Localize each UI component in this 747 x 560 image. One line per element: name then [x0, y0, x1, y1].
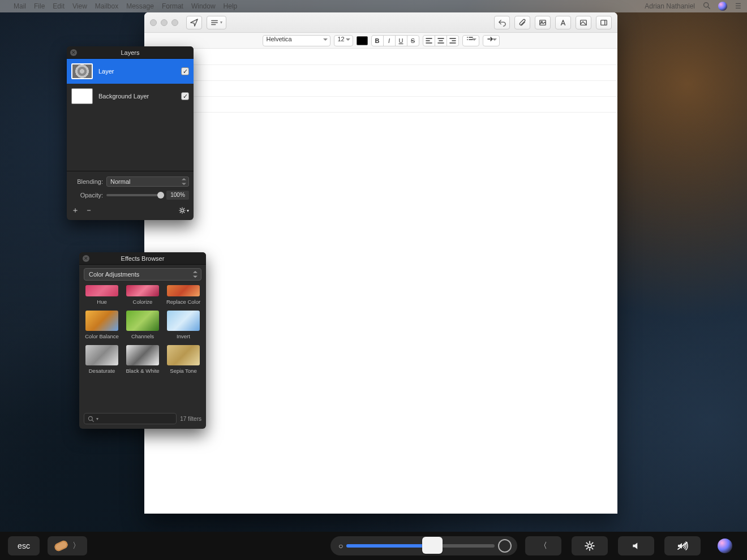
spotlight-icon[interactable] — [703, 2, 710, 11]
menubar-user[interactable]: Adrian Nathaniel — [645, 2, 695, 10]
strike-button[interactable]: S — [407, 35, 419, 46]
touchbar-esc-key[interactable]: esc — [8, 536, 40, 555]
text-color-swatch[interactable] — [357, 36, 368, 45]
touchbar-slider[interactable]: ○ — [330, 536, 517, 555]
effect-item[interactable]: Channels — [124, 311, 161, 339]
effect-thumbnail — [126, 345, 159, 365]
underline-button[interactable]: U — [395, 35, 407, 46]
effect-thumbnail — [85, 285, 118, 296]
send-button[interactable] — [186, 16, 202, 29]
effect-item[interactable]: Colorize — [124, 285, 161, 305]
effects-title: Effects Browser — [121, 255, 165, 262]
attach-button[interactable] — [514, 16, 530, 29]
layer-thumbnail — [71, 63, 93, 79]
remove-layer-button[interactable]: － — [85, 205, 93, 216]
font-size-value: 12 — [338, 36, 345, 42]
siri-icon[interactable] — [718, 2, 727, 11]
effect-item[interactable]: Desaturate — [84, 345, 120, 374]
effect-label: Black & White — [126, 368, 159, 374]
svg-point-19 — [467, 37, 468, 38]
menu-window[interactable]: Window — [191, 2, 216, 10]
layer-name-label: Background Layer — [98, 93, 175, 100]
menu-format[interactable]: Format — [162, 2, 183, 10]
touchbar-siri-button[interactable] — [711, 536, 739, 555]
photo-browser-button[interactable] — [535, 16, 551, 29]
minimize-window[interactable] — [161, 19, 168, 26]
effects-titlebar[interactable]: ✕ Effects Browser — [79, 252, 206, 265]
close-window[interactable] — [150, 19, 157, 26]
effect-item[interactable]: Black & White — [124, 345, 161, 374]
undo-button[interactable] — [494, 16, 510, 29]
compose-window: ▾ Helvetica 12 B I U — [144, 12, 617, 514]
effect-label: Color Balance — [85, 333, 119, 339]
compose-toolbar: ▾ — [144, 12, 617, 33]
message-body[interactable] — [144, 49, 617, 514]
blending-value: Normal — [110, 178, 130, 185]
effects-filter-count: 17 filters — [180, 416, 201, 422]
zoom-window[interactable] — [171, 19, 178, 26]
format-button[interactable] — [555, 16, 571, 29]
close-icon[interactable]: ✕ — [70, 49, 77, 56]
layer-row[interactable]: Background Layer✓ — [67, 84, 194, 109]
font-size-select[interactable]: 12 — [334, 35, 353, 46]
effects-category-value: Color Adjustments — [89, 271, 139, 278]
add-layer-button[interactable]: ＋ — [71, 205, 79, 216]
header-fields-button[interactable]: ▾ — [207, 16, 226, 29]
align-right-button[interactable] — [447, 35, 459, 46]
list-style-select[interactable] — [462, 35, 479, 46]
effects-search-input[interactable]: ▾ — [84, 413, 177, 424]
effect-thumbnail — [167, 345, 200, 365]
effect-thumbnail — [85, 345, 118, 365]
effect-thumbnail — [126, 311, 159, 331]
menu-mail[interactable]: Mail — [14, 2, 26, 10]
effect-item[interactable]: Hue — [84, 285, 120, 305]
effect-thumbnail — [167, 285, 200, 296]
slider-knob[interactable] — [422, 537, 443, 554]
menubar-hamburger-icon[interactable]: ☰ — [735, 2, 741, 10]
layers-titlebar[interactable]: ✕ Layers — [67, 46, 194, 59]
bandage-icon — [53, 540, 69, 553]
sidebar-toggle-button[interactable] — [596, 16, 612, 29]
format-bar: Helvetica 12 B I U S — [144, 33, 617, 49]
menu-view[interactable]: View — [72, 2, 87, 10]
svg-rect-8 — [601, 20, 607, 25]
effects-category-select[interactable]: Color Adjustments — [84, 268, 201, 281]
touchbar-brightness-button[interactable] — [572, 536, 608, 555]
layer-visibility-checkbox[interactable]: ✓ — [181, 67, 189, 75]
search-icon — [88, 416, 94, 422]
italic-button[interactable]: I — [383, 35, 396, 46]
menu-mailbox[interactable]: Mailbox — [95, 2, 118, 10]
effect-thumbnail — [126, 285, 159, 296]
layer-name-label: Layer — [98, 68, 175, 75]
effect-item[interactable]: Invert — [165, 311, 201, 339]
opacity-slider[interactable] — [106, 194, 161, 196]
align-center-button[interactable] — [435, 35, 447, 46]
effect-label: Desaturate — [89, 368, 115, 374]
effect-item[interactable]: Replace Color — [165, 285, 201, 305]
font-family-value: Helvetica — [267, 36, 292, 42]
menu-help[interactable]: Help — [224, 2, 238, 10]
bold-button[interactable]: B — [371, 35, 384, 46]
close-icon[interactable]: ✕ — [83, 255, 89, 262]
touchbar-app-button[interactable]: 〉 — [48, 536, 87, 555]
layer-options-button[interactable]: ▾ — [179, 207, 189, 214]
window-traffic-lights[interactable] — [150, 19, 178, 26]
font-family-select[interactable]: Helvetica — [263, 35, 330, 46]
effect-thumbnail — [167, 311, 200, 331]
indent-select[interactable] — [483, 35, 500, 46]
touchbar-collapse-button[interactable]: 〈 — [525, 536, 561, 555]
layer-row[interactable]: Layer✓ — [67, 59, 194, 84]
effects-grid: HueColorizeReplace ColorColor BalanceCha… — [84, 285, 201, 408]
menu-edit[interactable]: Edit — [53, 2, 65, 10]
effect-item[interactable]: Sepia Tone — [165, 345, 201, 374]
emoji-button[interactable] — [576, 16, 591, 29]
touchbar-volume-button[interactable] — [618, 536, 654, 555]
touchbar-mute-button[interactable] — [664, 536, 701, 555]
layer-visibility-checkbox[interactable]: ✓ — [181, 92, 189, 100]
effect-item[interactable]: Color Balance — [84, 311, 120, 339]
menu-message[interactable]: Message — [126, 2, 154, 10]
layers-panel: ✕ Layers Layer✓Background Layer✓ Blendin… — [67, 46, 194, 220]
blending-select[interactable]: Normal — [106, 176, 189, 187]
menu-file[interactable]: File — [34, 2, 45, 10]
align-left-button[interactable] — [423, 35, 435, 46]
